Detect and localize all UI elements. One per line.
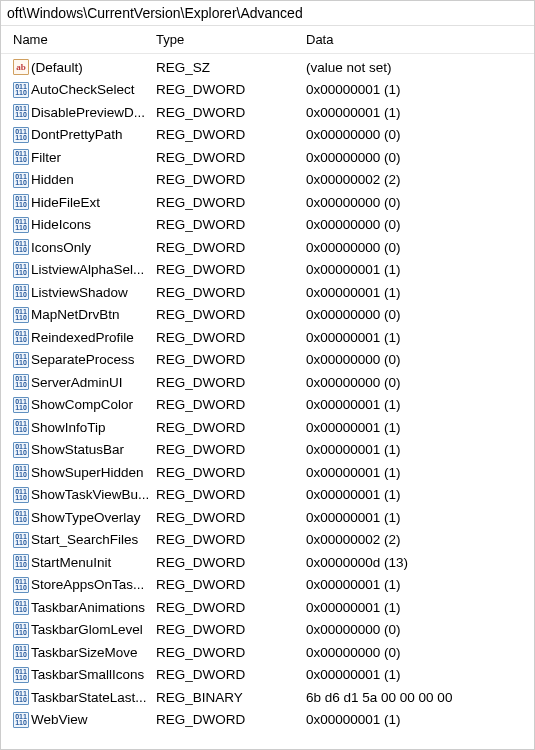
list-item[interactable]: ab(Default)REG_SZ(value not set) [1,56,534,79]
binary-value-icon: 011110 [13,127,29,143]
list-item[interactable]: 011110TaskbarSmallIconsREG_DWORD0x000000… [1,664,534,687]
binary-value-icon: 011110 [13,239,29,255]
list-item[interactable]: 011110HideIconsREG_DWORD0x00000000 (0) [1,214,534,237]
list-item[interactable]: 011110HideFileExtREG_DWORD0x00000000 (0) [1,191,534,214]
value-data: 0x00000001 (1) [306,420,534,435]
value-type: REG_DWORD [156,510,306,525]
value-data: 0x00000001 (1) [306,397,534,412]
value-data: 0x00000001 (1) [306,510,534,525]
binary-value-icon: 011110 [13,104,29,120]
list-item[interactable]: 011110TaskbarStateLast...REG_BINARY6b d6… [1,686,534,709]
list-item[interactable]: 011110ListviewShadowREG_DWORD0x00000001 … [1,281,534,304]
value-type: REG_DWORD [156,240,306,255]
value-data: 0x00000000 (0) [306,307,534,322]
value-data: 0x00000001 (1) [306,487,534,502]
value-name: TaskbarStateLast... [31,690,156,705]
binary-value-icon: 011110 [13,352,29,368]
list-item[interactable]: 011110ShowInfoTipREG_DWORD0x00000001 (1) [1,416,534,439]
list-item[interactable]: 011110Start_SearchFilesREG_DWORD0x000000… [1,529,534,552]
value-name: ListviewShadow [31,285,156,300]
value-type: REG_DWORD [156,82,306,97]
list-item[interactable]: 011110ShowTypeOverlayREG_DWORD0x00000001… [1,506,534,529]
binary-value-icon: 011110 [13,689,29,705]
binary-value-icon: 011110 [13,149,29,165]
value-name: ListviewAlphaSel... [31,262,156,277]
value-name: ShowTypeOverlay [31,510,156,525]
value-type: REG_DWORD [156,262,306,277]
value-data: 0x00000000 (0) [306,352,534,367]
value-type: REG_DWORD [156,307,306,322]
list-item[interactable]: 011110ShowStatusBarREG_DWORD0x00000001 (… [1,439,534,462]
value-name: TaskbarAnimations [31,600,156,615]
column-header-data[interactable]: Data [306,32,534,47]
value-data: 0x0000000d (13) [306,555,534,570]
value-type: REG_DWORD [156,465,306,480]
binary-value-icon: 011110 [13,329,29,345]
list-item[interactable]: 011110TaskbarSizeMoveREG_DWORD0x00000000… [1,641,534,664]
binary-value-icon: 011110 [13,644,29,660]
binary-value-icon: 011110 [13,622,29,638]
list-item[interactable]: 011110ReindexedProfileREG_DWORD0x0000000… [1,326,534,349]
value-name: ShowTaskViewBu... [31,487,156,502]
value-name: StoreAppsOnTas... [31,577,156,592]
binary-value-icon: 011110 [13,554,29,570]
list-item[interactable]: 011110AutoCheckSelectREG_DWORD0x00000001… [1,79,534,102]
list-item[interactable]: 011110ShowCompColorREG_DWORD0x00000001 (… [1,394,534,417]
value-data: 0x00000002 (2) [306,172,534,187]
list-item[interactable]: 011110StartMenuInitREG_DWORD0x0000000d (… [1,551,534,574]
binary-value-icon: 011110 [13,82,29,98]
binary-value-icon: 011110 [13,487,29,503]
binary-value-icon: 011110 [13,442,29,458]
list-item[interactable]: 011110MapNetDrvBtnREG_DWORD0x00000000 (0… [1,304,534,327]
list-item[interactable]: 011110TaskbarGlomLevelREG_DWORD0x0000000… [1,619,534,642]
list-item[interactable]: 011110StoreAppsOnTas...REG_DWORD0x000000… [1,574,534,597]
value-data: 0x00000001 (1) [306,105,534,120]
value-name: MapNetDrvBtn [31,307,156,322]
value-data: 0x00000000 (0) [306,375,534,390]
value-type: REG_SZ [156,60,306,75]
list-item[interactable]: 011110DontPrettyPathREG_DWORD0x00000000 … [1,124,534,147]
list-item[interactable]: 011110HiddenREG_DWORD0x00000002 (2) [1,169,534,192]
list-item[interactable]: 011110ShowTaskViewBu...REG_DWORD0x000000… [1,484,534,507]
value-data: 6b d6 d1 5a 00 00 00 00 [306,690,534,705]
address-bar[interactable]: oft\Windows\CurrentVersion\Explorer\Adva… [1,1,534,26]
value-type: REG_BINARY [156,690,306,705]
value-name: Filter [31,150,156,165]
value-name: ShowSuperHidden [31,465,156,480]
string-value-icon: ab [13,59,29,75]
value-name: HideIcons [31,217,156,232]
column-header-name[interactable]: Name [1,32,156,47]
value-name: DontPrettyPath [31,127,156,142]
binary-value-icon: 011110 [13,599,29,615]
list-item[interactable]: 011110ListviewAlphaSel...REG_DWORD0x0000… [1,259,534,282]
value-type: REG_DWORD [156,330,306,345]
value-list: ab(Default)REG_SZ(value not set)011110Au… [1,54,534,731]
value-type: REG_DWORD [156,150,306,165]
value-name: Hidden [31,172,156,187]
list-item[interactable]: 011110ServerAdminUIREG_DWORD0x00000000 (… [1,371,534,394]
column-header-type[interactable]: Type [156,32,306,47]
value-type: REG_DWORD [156,600,306,615]
value-data: 0x00000000 (0) [306,622,534,637]
list-item[interactable]: 011110WebViewREG_DWORD0x00000001 (1) [1,709,534,732]
value-type: REG_DWORD [156,577,306,592]
list-item[interactable]: 011110ShowSuperHiddenREG_DWORD0x00000001… [1,461,534,484]
value-name: AutoCheckSelect [31,82,156,97]
value-name: ShowInfoTip [31,420,156,435]
list-item[interactable]: 011110DisablePreviewD...REG_DWORD0x00000… [1,101,534,124]
binary-value-icon: 011110 [13,397,29,413]
value-name: ServerAdminUI [31,375,156,390]
list-item[interactable]: 011110FilterREG_DWORD0x00000000 (0) [1,146,534,169]
value-name: TaskbarSizeMove [31,645,156,660]
binary-value-icon: 011110 [13,307,29,323]
list-item[interactable]: 011110SeparateProcessREG_DWORD0x00000000… [1,349,534,372]
value-type: REG_DWORD [156,442,306,457]
value-type: REG_DWORD [156,375,306,390]
binary-value-icon: 011110 [13,509,29,525]
list-item[interactable]: 011110IconsOnlyREG_DWORD0x00000000 (0) [1,236,534,259]
value-data: 0x00000001 (1) [306,667,534,682]
list-item[interactable]: 011110TaskbarAnimationsREG_DWORD0x000000… [1,596,534,619]
value-name: StartMenuInit [31,555,156,570]
binary-value-icon: 011110 [13,172,29,188]
value-name: WebView [31,712,156,727]
